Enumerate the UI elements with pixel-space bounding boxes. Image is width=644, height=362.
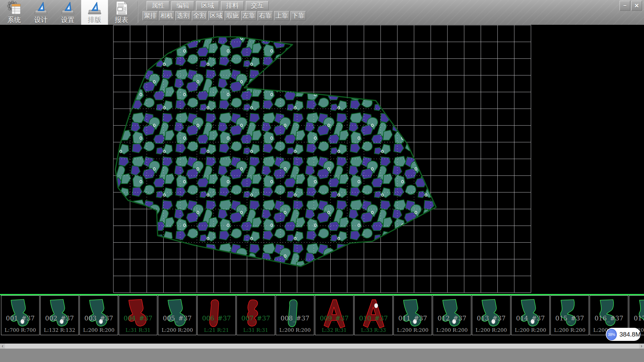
part-lr-label: L:200 R:200 — [472, 327, 510, 333]
tool-button-zone[interactable]: 区域 — [208, 11, 224, 20]
part-lr-label: L:31 R:31 — [119, 327, 157, 333]
part-thumbnail-008_#37[interactable]: 008_#37L:200 R:200 — [276, 295, 314, 335]
part-outline-ashape — [361, 298, 386, 330]
part-outline-ashape — [322, 298, 347, 330]
part-outline-boot — [8, 298, 33, 330]
part-lr-label: L:21 R:21 — [198, 327, 235, 333]
part-outline-tallblob — [283, 298, 308, 330]
tool-button-align-right[interactable]: 右靠 — [258, 11, 273, 20]
scroll-left-button[interactable]: ‹ — [0, 344, 5, 349]
ruler-icon — [33, 1, 49, 15]
part-id-label: 011_#37 — [394, 314, 432, 322]
part-lr-label: L:31 R:31 — [237, 327, 275, 333]
part-id-label: 008_#37 — [276, 314, 314, 322]
part-lr-label: L:700 R:700 — [1, 327, 39, 333]
menu-tab-edit[interactable]: 编辑 — [171, 1, 194, 10]
tool-button-cut-all[interactable]: 全割 — [192, 11, 207, 20]
part-id-label: 006_#37 — [198, 314, 235, 322]
menu-tab-region[interactable]: 区域 — [196, 1, 219, 10]
ribbon-toolbar: 系统 设计 设置 排版 报表 属性编辑区域排料交互 聚排相机选割全割区域瑕疵左靠… — [0, 0, 644, 25]
tool-button-align-top[interactable]: 上靠 — [274, 11, 289, 20]
part-thumbnail-003_#37[interactable]: 003_#37L:200 R:200 — [79, 295, 118, 335]
part-id-label: 009_#37 — [315, 314, 353, 322]
part-outline-boot — [400, 298, 425, 330]
part-lr-label: L:200 R:200 — [512, 327, 549, 333]
part-id-label: 012_#37 — [433, 314, 471, 322]
part-id-label: 005_#37 — [158, 314, 196, 322]
part-outline-hook — [597, 298, 622, 330]
part-id-label: 003_#37 — [80, 314, 118, 322]
part-outline-hook — [557, 298, 582, 330]
part-thumbnail-005_#37[interactable]: 005_#37L:200 R:200 — [158, 295, 197, 335]
scroll-right-button[interactable]: › — [639, 344, 644, 349]
tool-button-select-cut[interactable]: 选割 — [175, 11, 191, 20]
part-thumbnail-002_#37[interactable]: 002_#37L:132 R:132 — [40, 295, 79, 335]
part-lr-label: L:132 R:132 — [41, 327, 78, 333]
menu-tab-properties[interactable]: 属性 — [147, 1, 169, 10]
menu-tab-row: 属性编辑区域排料交互 — [147, 1, 269, 10]
part-outline-boot — [165, 298, 190, 330]
part-thumbnail-004_#37[interactable]: 004_#37L:31 R:31 — [119, 295, 157, 335]
parts-thumbnail-strip: 001_#37L:700 R:700002_#37L:132 R:132003_… — [0, 295, 644, 336]
part-id-label: 017_#37 — [629, 314, 644, 322]
part-lr-label: L:33 R:33 — [355, 327, 392, 333]
hide-layout-view — [0, 25, 644, 294]
main-mode-buttons: 系统 设计 设置 排版 报表 — [1, 0, 135, 25]
part-thumbnail-007_#37[interactable]: 007_#37L:31 R:31 — [236, 295, 275, 335]
nesting-canvas[interactable] — [0, 25, 644, 294]
part-id-label: 016_#37 — [590, 314, 628, 322]
main-button-label-settings: 设置 — [61, 15, 74, 24]
ruler-icon — [87, 1, 102, 15]
menu-tab-interact[interactable]: 交互 — [246, 1, 269, 10]
nesting-app-window: 系统 设计 设置 排版 报表 属性编辑区域排料交互 聚排相机选割全割区域瑕疵左靠… — [0, 0, 644, 362]
part-outline-boot — [87, 298, 111, 330]
part-thumbnail-009_#37[interactable]: 009_#37L:32 R:31 — [315, 295, 354, 335]
main-button-design[interactable]: 设计 — [28, 0, 54, 25]
ruler-icon — [60, 1, 75, 15]
usage-percent-badge: 38% — [606, 329, 617, 340]
tool-button-align-bottom[interactable]: 下靠 — [290, 11, 306, 20]
part-thumbnail-014_#37[interactable]: 014_#37L:200 R:200 — [511, 295, 550, 335]
minimize-button[interactable]: – — [620, 1, 630, 11]
main-button-label-system: 系统 — [7, 15, 21, 24]
part-lr-label: L:200 R:200 — [433, 327, 471, 333]
part-thumbnail-012_#37[interactable]: 012_#37L:200 R:200 — [433, 295, 471, 335]
part-outline-boot — [126, 298, 151, 330]
part-id-label: 004_#37 — [119, 314, 157, 322]
part-thumbnail-011_#37[interactable]: 011_#37L:200 R:200 — [393, 295, 432, 335]
main-button-system[interactable]: 系统 — [1, 0, 28, 25]
part-thumbnail-013_#37[interactable]: 013_#37L:200 R:200 — [472, 295, 511, 335]
main-button-label-nesting: 排版 — [88, 15, 101, 24]
part-lr-label: L:200 R:200 — [158, 327, 196, 333]
part-thumbnail-006_#37[interactable]: 006_#37L:21 R:21 — [197, 295, 236, 335]
part-id-label: 015_#37 — [551, 314, 589, 322]
menu-tab-nest[interactable]: 排料 — [221, 1, 244, 10]
part-thumbnail-010_#37[interactable]: 010_#37L:33 R:33 — [354, 295, 393, 335]
part-id-label: 007_#37 — [237, 314, 275, 322]
main-button-label-design: 设计 — [34, 15, 48, 24]
tool-button-align-left[interactable]: 左靠 — [241, 11, 257, 20]
tool-button-row: 聚排相机选割全割区域瑕疵左靠右靠上靠下靠 — [143, 11, 306, 20]
part-outline-boot — [518, 298, 543, 330]
tool-button-cluster-nest[interactable]: 聚排 — [143, 11, 158, 20]
part-thumbnail-001_#37[interactable]: 001_#37L:700 R:700 — [1, 295, 40, 335]
main-button-nesting[interactable]: 排版 — [81, 0, 108, 25]
main-button-report[interactable]: 报表 — [108, 0, 135, 25]
part-outline-tallblob — [204, 298, 229, 330]
part-lr-label: L:32 R:31 — [315, 327, 353, 333]
main-button-settings[interactable]: 设置 — [54, 0, 81, 25]
close-button[interactable]: ✕ — [631, 1, 642, 11]
window-controls: – ✕ — [620, 1, 642, 11]
strip-scrollbar[interactable]: ‹ › — [0, 344, 644, 349]
part-outline-boot — [479, 298, 504, 330]
part-outline-boot — [47, 298, 72, 330]
part-id-label: 002_#37 — [41, 314, 78, 322]
part-outline-cblob — [244, 298, 268, 330]
gear-icon — [6, 1, 22, 15]
tool-button-camera[interactable]: 相机 — [159, 11, 174, 20]
tool-button-defect[interactable]: 瑕疵 — [225, 11, 240, 20]
part-thumbnail-015_#37[interactable]: 015_#37L:200 R:200 — [550, 295, 589, 335]
part-id-label: 013_#37 — [472, 314, 510, 322]
memory-value: 384.8M — [620, 331, 641, 338]
memory-monitor-pill[interactable]: 38% 384.8M — [606, 328, 641, 341]
